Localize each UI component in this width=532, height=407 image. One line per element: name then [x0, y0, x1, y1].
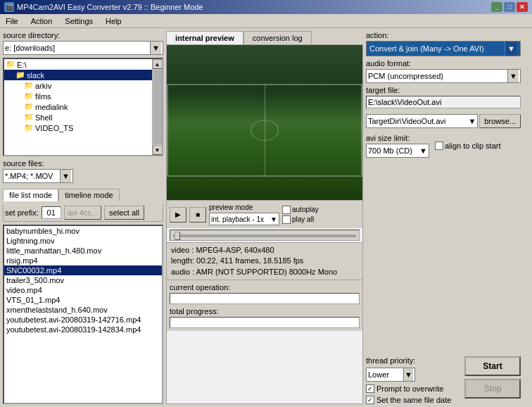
file-item-1[interactable]: Lightning.mov: [4, 236, 162, 246]
file-item-9[interactable]: youtubetest.avi-20080319-142716.mp4: [4, 315, 162, 325]
target-name-combo[interactable]: TargetDir\VideoOut.avi ▼: [366, 114, 478, 128]
scroll-thumb[interactable]: [153, 70, 162, 144]
avi-size-row: avi size limit: 700 Mb (CD) ▼ align to c…: [366, 134, 521, 158]
main-content: source directory: e: [downloads] ▼ 📁 E:\…: [0, 28, 532, 407]
stop-button-main[interactable]: Stop: [464, 379, 521, 399]
total-progress-label: total progress:: [170, 307, 360, 315]
autoplay-checkbox[interactable]: [282, 206, 291, 214]
playall-check[interactable]: play all: [282, 215, 319, 224]
tree-root[interactable]: 📁 E:\: [4, 59, 162, 70]
tree-item-videots[interactable]: 📁 VIDEO_TS: [4, 123, 162, 133]
preview-mode-combo[interactable]: int. playback - 1x ▼: [209, 213, 279, 225]
preview-mode-label: preview mode: [209, 204, 279, 211]
audio-format-combo[interactable]: PCM (uncompressed) ▼: [366, 69, 521, 83]
scroll-down-btn[interactable]: ▼: [153, 145, 163, 155]
menu-file[interactable]: File: [3, 16, 21, 26]
field-center-circle: [251, 120, 279, 141]
app-icon: 🎬: [4, 2, 14, 12]
priority-combo[interactable]: Lower ▼: [366, 368, 415, 382]
scrubber[interactable]: [170, 230, 360, 241]
total-progress-bar: [170, 317, 360, 328]
video-frame: [167, 45, 362, 200]
window-controls: _ □ ✕: [491, 2, 528, 12]
source-files-section: source files: *.MP4; *.MOV ▼: [3, 159, 163, 183]
avi-size-value: 700 Mb (CD): [368, 146, 412, 155]
file-item-4[interactable]: SNC00032.mp4: [4, 265, 162, 275]
file-item-7[interactable]: VTS_01_1.mp4: [4, 295, 162, 305]
file-item-10[interactable]: youtubetest.avi-20080319-142834.mp4: [4, 325, 162, 334]
thread-priority-row: thread priority:: [366, 356, 451, 365]
preview-mode-arrow: ▼: [270, 215, 277, 223]
bottom-progress-area: current operation: total progress:: [167, 280, 362, 331]
align-checkbox[interactable]: [435, 142, 443, 150]
source-files-label: source files:: [3, 159, 163, 168]
prompt-overwrite-checkbox[interactable]: [366, 384, 374, 393]
tab-internal-preview[interactable]: internal preview: [166, 31, 243, 44]
tree-item-shell[interactable]: 📁 Shell: [4, 112, 162, 123]
tab-timeline[interactable]: timeline mode: [58, 189, 119, 201]
filter-arrow: ▼: [60, 170, 71, 182]
play-button[interactable]: ▶: [170, 207, 186, 223]
prompt-overwrite-row[interactable]: Prompt to overwrite: [366, 384, 451, 393]
select-all-button[interactable]: select all: [104, 206, 144, 220]
align-check[interactable]: align to clip start: [435, 142, 500, 150]
stop-icon: ■: [196, 211, 200, 218]
video-info-line1: video : MPEG4-ASP, 640x480: [171, 245, 358, 256]
directory-tree[interactable]: 📁 E:\ 📁 slack 📁 arkiv 📁 films 📁 medialin…: [3, 58, 163, 156]
close-button[interactable]: ✕: [517, 2, 528, 12]
source-dir-combo[interactable]: e: [downloads] ▼: [3, 41, 163, 55]
stop-button[interactable]: ■: [189, 207, 206, 223]
action-combo[interactable]: Convert & join (Many -> One AVI) ▼: [366, 41, 521, 56]
menu-help[interactable]: Help: [103, 16, 125, 26]
same-file-date-row[interactable]: Set the same file date: [366, 396, 451, 404]
same-file-date-checkbox[interactable]: [366, 396, 374, 404]
file-item-0[interactable]: babynumbles_hi.mov: [4, 226, 162, 236]
file-item-2[interactable]: little_manhattan_h.480.mov: [4, 246, 162, 256]
source-dir-section: source directory: e: [downloads] ▼: [3, 31, 163, 55]
avi-size-combo[interactable]: 700 Mb (CD) ▼: [366, 144, 429, 158]
files-toolbar: set prefix: avi 4cc... select all: [3, 204, 163, 222]
prefix-input[interactable]: [42, 206, 61, 219]
tree-item-medialink[interactable]: 📁 medialink: [4, 101, 162, 112]
menu-action[interactable]: Action: [28, 16, 56, 26]
avi4cc-button[interactable]: avi 4cc...: [64, 206, 101, 220]
file-item-3[interactable]: risig.mp4: [4, 256, 162, 265]
action-arrow: ▼: [505, 42, 517, 56]
start-button[interactable]: Start: [464, 356, 521, 376]
tree-item-arkiv[interactable]: 📁 arkiv: [4, 80, 162, 91]
tab-file-list[interactable]: file list mode: [3, 189, 58, 201]
maximize-button[interactable]: □: [504, 2, 515, 12]
tree-item-films[interactable]: 📁 films: [4, 91, 162, 101]
autoplay-check[interactable]: autoplay: [282, 206, 319, 214]
target-file-path: E:\slack\VideoOut.avi: [366, 96, 521, 108]
preview-tabs: internal preview conversion log: [166, 31, 363, 44]
playall-checkbox[interactable]: [282, 215, 291, 224]
set-prefix-label: set prefix:: [5, 208, 39, 217]
thread-priority-label: thread priority:: [366, 356, 415, 365]
scrubber-track: [173, 234, 356, 237]
browse-button[interactable]: browse...: [479, 114, 521, 128]
target-file-section: target file: E:\slack\VideoOut.avi: [366, 86, 521, 108]
tree-item-films-label: films: [35, 92, 51, 101]
autoplay-label: autoplay: [292, 206, 319, 213]
minimize-button[interactable]: _: [491, 2, 502, 12]
scroll-up-btn[interactable]: ▲: [153, 59, 163, 69]
menu-settings[interactable]: Settings: [62, 16, 96, 26]
file-item-6[interactable]: video.mp4: [4, 285, 162, 295]
file-item-8[interactable]: xmenthelaststand_h.640.mov: [4, 305, 162, 315]
file-item-5[interactable]: trailer3_500.mov: [4, 275, 162, 285]
audio-format-value: PCM (uncompressed): [368, 72, 443, 80]
scrubber-thumb[interactable]: [175, 232, 180, 240]
right-panel: action: Convert & join (Many -> One AVI)…: [366, 31, 521, 404]
tree-item-slack[interactable]: 📁 slack: [4, 70, 162, 80]
file-list[interactable]: babynumbles_hi.mov Lightning.mov little_…: [3, 225, 163, 404]
menu-bar: File Action Settings Help: [0, 14, 532, 28]
tab-conversion-log[interactable]: conversion log: [243, 31, 312, 44]
tree-item-shell-label: Shell: [35, 113, 52, 122]
tree-scrollbar[interactable]: ▲ ▼: [152, 59, 162, 155]
tree-item-videots-label: VIDEO_TS: [35, 124, 73, 132]
video-info-line3: audio : AMR (NOT SUPPORTED) 8000Hz Mono: [171, 267, 358, 277]
bottom-right: thread priority: Lower ▼ Prompt to overw…: [366, 356, 521, 404]
filter-combo[interactable]: *.MP4; *.MOV ▼: [3, 169, 73, 183]
window-title: MP4Cam2AVI Easy Converter v2.79 :: Begin…: [17, 3, 203, 11]
